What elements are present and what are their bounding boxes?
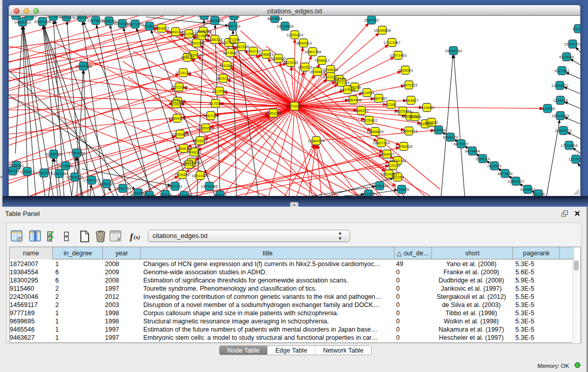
svg-text:19218506: 19218506 — [276, 24, 293, 29]
svg-text:9084067: 9084067 — [379, 152, 394, 157]
svg-text:62160: 62160 — [386, 102, 397, 107]
svg-text:2935114: 2935114 — [475, 157, 490, 161]
svg-text:750104: 750104 — [408, 115, 421, 119]
svg-text:9660124: 9660124 — [168, 30, 183, 34]
svg-text:9463627: 9463627 — [403, 98, 418, 103]
svg-text:417006: 417006 — [209, 101, 222, 106]
svg-text:818234: 818234 — [143, 193, 156, 196]
svg-text:17859928: 17859928 — [68, 151, 85, 156]
svg-text:16961758: 16961758 — [304, 50, 321, 54]
svg-text:905513: 905513 — [213, 193, 226, 196]
svg-text:810755: 810755 — [178, 193, 190, 196]
svg-text:6794028: 6794028 — [323, 68, 338, 72]
svg-text:1440954: 1440954 — [431, 128, 446, 133]
svg-text:9115460: 9115460 — [420, 105, 434, 110]
svg-text:9327500: 9327500 — [193, 34, 208, 38]
svg-text:755722: 755722 — [227, 16, 240, 18]
svg-text:1510073: 1510073 — [168, 102, 183, 106]
svg-text:11325419: 11325419 — [287, 33, 303, 37]
svg-text:9777169: 9777169 — [334, 80, 349, 85]
svg-text:1003380: 1003380 — [197, 16, 211, 18]
svg-text:16543382: 16543382 — [188, 41, 205, 46]
svg-text:8471626: 8471626 — [497, 171, 512, 176]
svg-text:12213967: 12213967 — [383, 40, 400, 45]
svg-text:9227342: 9227342 — [554, 69, 569, 73]
svg-text:12342757: 12342757 — [35, 171, 52, 176]
svg-text:2087682: 2087682 — [364, 18, 379, 23]
svg-text:9975886: 9975886 — [58, 164, 73, 168]
svg-text:733112: 733112 — [159, 192, 171, 196]
svg-text:12505135: 12505135 — [66, 175, 83, 180]
svg-text:3624554: 3624554 — [359, 91, 374, 95]
svg-text:8267150: 8267150 — [203, 114, 218, 118]
svg-text:10025433: 10025433 — [394, 109, 411, 114]
svg-text:20053346: 20053346 — [75, 64, 92, 69]
svg-text:20206526: 20206526 — [45, 152, 62, 157]
svg-text:18640910: 18640910 — [295, 41, 312, 46]
svg-text:8678312: 8678312 — [192, 139, 207, 143]
svg-text:12975115: 12975115 — [401, 83, 418, 87]
svg-text:10973493: 10973493 — [389, 53, 406, 58]
svg-text:10958107: 10958107 — [98, 182, 115, 186]
svg-text:25300285: 25300285 — [265, 111, 281, 116]
svg-text:9474444: 9474444 — [465, 149, 480, 154]
svg-text:143327: 143327 — [182, 162, 195, 167]
svg-text:171546: 171546 — [227, 37, 240, 42]
svg-text:2279163: 2279163 — [21, 16, 36, 18]
svg-text:14055712: 14055712 — [14, 20, 31, 25]
svg-text:19716485: 19716485 — [201, 184, 217, 189]
svg-text:989613: 989613 — [181, 55, 193, 60]
svg-text:1362615: 1362615 — [297, 65, 312, 70]
svg-text:7557224: 7557224 — [225, 24, 240, 29]
svg-text:16154808: 16154808 — [374, 28, 390, 33]
svg-text:3673685: 3673685 — [223, 51, 237, 55]
svg-text:16210643: 16210643 — [552, 114, 569, 118]
svg-text:2718126: 2718126 — [176, 71, 190, 75]
svg-text:11283: 11283 — [11, 16, 21, 18]
svg-text:20691406: 20691406 — [34, 19, 51, 24]
svg-text:8990443: 8990443 — [310, 70, 324, 74]
svg-text:10807487: 10807487 — [370, 96, 387, 101]
svg-text:6497568: 6497568 — [340, 87, 355, 92]
svg-text:15692971: 15692971 — [555, 128, 572, 133]
svg-text:9457791: 9457791 — [167, 184, 182, 189]
svg-text:21364436: 21364436 — [344, 98, 361, 102]
svg-text:15720407: 15720407 — [360, 118, 377, 123]
svg-text:1535061: 1535061 — [9, 163, 24, 168]
svg-text:2867608: 2867608 — [234, 45, 249, 49]
svg-text:1167533: 1167533 — [569, 157, 580, 162]
svg-text:1733426: 1733426 — [394, 187, 409, 192]
svg-text:13226058: 13226058 — [194, 29, 211, 34]
svg-text:7955812: 7955812 — [314, 58, 329, 63]
svg-text:12093872: 12093872 — [551, 83, 568, 88]
svg-text:1615132: 1615132 — [385, 163, 400, 168]
svg-text:8427552: 8427552 — [212, 89, 227, 94]
svg-text:3498222: 3498222 — [186, 150, 201, 155]
svg-text:7625402: 7625402 — [175, 172, 189, 177]
svg-text:10688609: 10688609 — [366, 129, 383, 134]
svg-text:8215955: 8215955 — [540, 106, 555, 111]
svg-text:1244415: 1244415 — [553, 98, 568, 103]
svg-text:16120746: 16120746 — [389, 159, 406, 163]
svg-text:18724007: 18724007 — [286, 104, 303, 108]
svg-text:772301: 772301 — [362, 192, 375, 196]
svg-text:12353594: 12353594 — [197, 126, 214, 130]
svg-text:17016504: 17016504 — [560, 143, 577, 148]
svg-text:9242848: 9242848 — [219, 63, 234, 68]
svg-text:11451944: 11451944 — [51, 171, 68, 176]
svg-text:16782759: 16782759 — [114, 186, 131, 191]
svg-text:7663822: 7663822 — [154, 26, 169, 31]
svg-text:7485063: 7485063 — [398, 68, 412, 73]
svg-text:111275: 111275 — [572, 27, 580, 31]
svg-text:12213369: 12213369 — [170, 85, 187, 90]
svg-text:19384554: 19384554 — [308, 139, 324, 143]
svg-text:15136141: 15136141 — [371, 184, 388, 188]
svg-text:8813054: 8813054 — [267, 16, 282, 21]
svg-text:10654112: 10654112 — [508, 179, 525, 184]
svg-text:8186328: 8186328 — [207, 37, 222, 42]
svg-text:19756928: 19756928 — [395, 144, 412, 149]
svg-text:18807249: 18807249 — [373, 141, 389, 145]
svg-text:1937591: 1937591 — [46, 16, 60, 19]
svg-text:9631210: 9631210 — [59, 16, 74, 19]
svg-text:252254: 252254 — [391, 175, 404, 180]
